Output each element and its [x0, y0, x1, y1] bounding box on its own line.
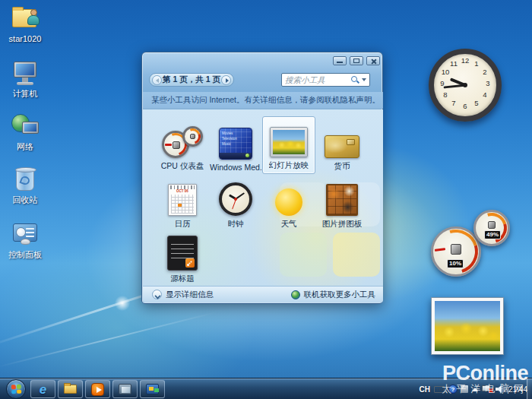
- desktop-icon-computer[interactable]: 计算机: [2, 59, 49, 99]
- minimize-button[interactable]: [333, 56, 347, 65]
- desktop-icon-star1020[interactable]: star1020: [2, 5, 49, 44]
- taskbar-media-player[interactable]: [85, 380, 110, 398]
- sun-icon: [275, 188, 302, 216]
- desktop-icon-recycle-bin[interactable]: 回收站: [2, 166, 49, 205]
- desktop-icon-network[interactable]: 网络: [2, 112, 49, 152]
- desktop-icon-label: 计算机: [2, 89, 49, 99]
- desktop-icon-label: 回收站: [2, 195, 49, 205]
- cpu-gauges-icon: [162, 126, 203, 158]
- clock-icon: [219, 182, 252, 216]
- control-panel-icon: [10, 220, 40, 249]
- help-icon[interactable]: ?: [448, 385, 458, 394]
- wallpaper-light-streak: [0, 312, 217, 369]
- slideshow-icon: [270, 127, 308, 157]
- taskbar-windows-explorer[interactable]: [58, 380, 83, 398]
- details-chevron-icon: [152, 290, 162, 299]
- start-button[interactable]: [6, 379, 26, 399]
- system-tray: CH ? 21:44: [420, 378, 527, 399]
- gadget-gallery-window[interactable]: 第 1 页，共 1 页 某些小工具访问 Internet。有关详细信息，请参阅联…: [141, 52, 383, 304]
- app-window-icon: [146, 384, 159, 394]
- media-center-icon: Movies Television Music: [219, 128, 252, 160]
- ram-gauge: 49%: [473, 210, 510, 246]
- search-dropdown-icon[interactable]: [362, 78, 366, 81]
- search-input[interactable]: [282, 75, 350, 84]
- cpu-usage-value: 10%: [447, 259, 464, 268]
- show-details-button[interactable]: 显示详细信息: [152, 290, 214, 300]
- close-button[interactable]: [366, 56, 380, 65]
- maximize-icon: [353, 59, 359, 63]
- folder-icon: [64, 385, 77, 394]
- clock-gadget[interactable]: 12 1 2 3 4 5 6 7 8 9 10 11: [429, 49, 502, 122]
- gadget-cpu-meter[interactable]: CPU 仪表盘: [156, 116, 209, 174]
- currency-icon: [325, 135, 359, 158]
- notification-icon[interactable]: [461, 385, 468, 393]
- desktop-icon-label: 网络: [2, 142, 49, 152]
- gadget-clock[interactable]: 时钟: [209, 174, 262, 232]
- taskbar-screenshot-tool[interactable]: [112, 380, 138, 398]
- rss-icon: [185, 258, 195, 268]
- gadget-windows-media-center[interactable]: Movies Television Music Windows Med...: [209, 116, 262, 174]
- cpu-meter-gadget[interactable]: 10% 49%: [428, 210, 515, 278]
- calendar-icon: OCT 06: [168, 184, 197, 216]
- taskbar-app-window[interactable]: [140, 380, 165, 398]
- privacy-notice: 某些小工具访问 Internet。有关详细信息，请参阅联机隐私声明。: [143, 92, 383, 109]
- minimize-icon: [337, 62, 343, 63]
- tray-clock[interactable]: 21:44: [508, 385, 527, 394]
- volume-icon[interactable]: [496, 385, 505, 394]
- network-icon: [10, 112, 40, 141]
- next-page-button[interactable]: [221, 75, 231, 85]
- page-label: 第 1 页，共 1 页: [163, 74, 220, 85]
- slideshow-gadget[interactable]: [431, 297, 504, 355]
- wallpaper-sparkle: [114, 295, 131, 312]
- left-arrow-icon: [156, 78, 159, 83]
- ram-chip-icon: [488, 221, 496, 229]
- desktop-icon-label: 控制面板: [2, 250, 49, 260]
- maximize-button[interactable]: [350, 56, 363, 65]
- globe-icon: [291, 290, 300, 299]
- gadget-feed-headlines[interactable]: 源标题: [156, 229, 209, 286]
- user-folder-icon: [10, 5, 40, 33]
- gadget-currency[interactable]: 货币: [315, 116, 369, 174]
- desktop-icon-control-panel[interactable]: 控制面板: [2, 220, 49, 260]
- previous-page-button[interactable]: [152, 75, 162, 85]
- cpu-chip-icon: [451, 244, 461, 255]
- computer-icon: [10, 59, 40, 88]
- search-icon[interactable]: [350, 75, 359, 84]
- rss-feed-icon: [167, 236, 198, 271]
- media-player-icon: [91, 383, 104, 396]
- gadget-weather[interactable]: 天气: [262, 174, 315, 232]
- recycle-bin-icon: [10, 166, 40, 195]
- taskbar: e CH ? 21:44: [0, 378, 532, 399]
- puzzle-icon: [326, 184, 358, 216]
- page-navigation: 第 1 页，共 1 页: [149, 73, 234, 87]
- ram-usage-value: 49%: [484, 230, 501, 239]
- gadget-gallery: CPU 仪表盘 Movies Television Music Windows …: [143, 109, 383, 286]
- tulip-photo: [435, 301, 500, 351]
- taskbar-internet-explorer[interactable]: e: [30, 380, 55, 398]
- gadget-picture-puzzle[interactable]: 图片拼图板: [315, 174, 369, 232]
- language-indicator[interactable]: CH: [420, 385, 430, 394]
- show-desktop-button[interactable]: [527, 378, 532, 399]
- screenshot-tool-icon: [119, 384, 131, 394]
- cpu-gauge: 10%: [431, 226, 481, 277]
- desktop-icon-label: star1020: [2, 34, 49, 44]
- get-more-gadgets-link[interactable]: 联机获取更多小工具: [291, 290, 376, 300]
- right-arrow-icon: [226, 78, 229, 83]
- desktop: star1020 计算机 网络 回收站 控制面板 第 1 页，共: [0, 0, 532, 399]
- window-controls: [333, 56, 380, 65]
- gadget-slideshow[interactable]: 幻灯片放映: [262, 116, 315, 174]
- internet-explorer-icon: e: [40, 383, 46, 396]
- gadget-calendar[interactable]: OCT 06 日历: [156, 174, 209, 232]
- hidden-icons-arrow[interactable]: [472, 388, 478, 391]
- keyboard-icon[interactable]: [434, 386, 445, 393]
- windows-flag-icon: [11, 385, 22, 394]
- gadget-search: [281, 73, 370, 87]
- network-status-icon[interactable]: [482, 385, 492, 394]
- gallery-footer: 显示详细信息 联机获取更多小工具: [143, 286, 383, 302]
